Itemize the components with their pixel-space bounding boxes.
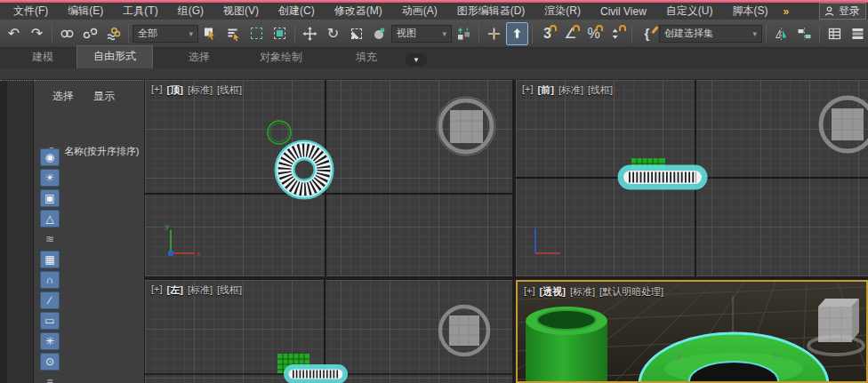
menu-views[interactable]: 视图(V): [213, 4, 269, 19]
viewport-style-button[interactable]: [标准]: [188, 283, 213, 297]
viewport-style-button[interactable]: [标准]: [570, 285, 595, 299]
viewport-top[interactable]: [+] [顶] [标准] [线框] y x: [145, 80, 512, 276]
space-warp-icon: [106, 27, 121, 41]
filter-lights-icon[interactable]: ☀: [40, 169, 60, 187]
undo-button[interactable]: ↶: [3, 22, 25, 45]
viewport-name-button[interactable]: [前]: [538, 84, 554, 97]
filter-geometry-icon[interactable]: ◉: [40, 148, 60, 166]
viewport-name-button[interactable]: [顶]: [167, 84, 183, 97]
filter-list-icon[interactable]: ≡: [40, 373, 60, 383]
reference-object[interactable]: [808, 299, 864, 355]
reference-object[interactable]: [437, 97, 495, 156]
filter-hidden-icon[interactable]: ⊙: [40, 353, 60, 371]
filter-bones-icon[interactable]: ∩: [40, 271, 60, 289]
select-by-name-button[interactable]: [222, 22, 245, 45]
reference-object[interactable]: [440, 307, 488, 355]
torus-object-selected-left[interactable]: [286, 367, 345, 381]
viewport-style-button[interactable]: [标准]: [188, 84, 213, 97]
ribbon-tab-freeform[interactable]: 自由形式: [76, 45, 153, 68]
cylinder-object-shaded[interactable]: [526, 307, 607, 381]
viewport-shading-button[interactable]: [线框]: [217, 283, 242, 297]
menu-modifiers[interactable]: 修改器(M): [325, 4, 392, 19]
menu-animation[interactable]: 动画(A): [392, 4, 447, 19]
menu-edit[interactable]: 编辑(E): [58, 4, 113, 19]
redo-button[interactable]: ↷: [26, 22, 48, 45]
login-button[interactable]: 登录: [819, 3, 866, 20]
viewport-left[interactable]: [+] [左] [标准] [线框]: [145, 280, 512, 383]
menu-rendering[interactable]: 渲染(R): [534, 4, 591, 19]
viewport-front[interactable]: [+] [前] [标准] [线框]: [516, 80, 868, 276]
explorer-tab-select[interactable]: 选择: [52, 89, 74, 104]
filter-cameras-icon[interactable]: ▣: [40, 189, 60, 207]
menu-overflow-chevron[interactable]: »: [779, 5, 792, 18]
ribbon-tab-populate[interactable]: 填充: [345, 47, 388, 68]
select-and-scale-button[interactable]: [345, 22, 367, 45]
toolbar-separator: [294, 24, 295, 44]
selection-region-icon: [251, 28, 262, 39]
select-object-button[interactable]: [199, 22, 221, 45]
viewport-shading-button[interactable]: [线框]: [217, 84, 242, 97]
edit-named-selection-sets-button[interactable]: {: [636, 22, 658, 45]
menu-create[interactable]: 创建(C): [269, 4, 325, 19]
layer-manager-button[interactable]: [824, 22, 846, 45]
bind-to-space-warp-button[interactable]: [102, 22, 125, 45]
percent-snap-toggle[interactable]: %: [583, 22, 605, 45]
filter-particles-icon[interactable]: ✳: [40, 332, 60, 350]
select-and-rotate-button[interactable]: ↻: [322, 22, 344, 45]
viewport-shading-button[interactable]: [默认明暗处理]: [599, 285, 663, 299]
reference-object[interactable]: [821, 98, 868, 151]
viewport-name-button[interactable]: [左]: [167, 283, 183, 297]
viewport-menu-button[interactable]: [+]: [522, 84, 534, 97]
selection-set-value: 创建选择集: [664, 27, 713, 40]
ribbon-tab-modeling[interactable]: 建模: [21, 47, 64, 68]
torus-object-selected[interactable]: [277, 143, 332, 197]
snaps-toggle-3d[interactable]: 3: [536, 22, 559, 45]
select-cursor-icon: [203, 27, 218, 41]
viewport-menu-button[interactable]: [+]: [151, 84, 163, 97]
circle-shape-object[interactable]: [268, 121, 291, 144]
menu-scripting[interactable]: 脚本(S): [722, 4, 777, 19]
torus-object-selected-front[interactable]: [621, 168, 704, 187]
scene-explorer-button[interactable]: [847, 22, 868, 45]
ribbon-tab-object-paint[interactable]: 对象绘制: [249, 47, 313, 68]
filter-ik-icon[interactable]: ∕: [40, 291, 60, 309]
menu-file[interactable]: 文件(F): [4, 4, 58, 19]
select-and-manipulate-button[interactable]: [483, 22, 505, 45]
viewport-menu-button[interactable]: [+]: [151, 283, 163, 297]
filter-containers-icon[interactable]: ▭: [40, 312, 60, 330]
unlink-selection-button[interactable]: [79, 22, 101, 45]
filter-shapes-icon[interactable]: ▦: [40, 251, 60, 268]
menu-tools[interactable]: 工具(T): [113, 4, 167, 19]
mirror-button[interactable]: [770, 22, 792, 45]
use-pivot-point-center-button[interactable]: [453, 22, 475, 45]
ribbon-minimize-dropdown[interactable]: [406, 53, 427, 66]
angle-snap-toggle[interactable]: ∠: [559, 22, 582, 45]
viewport-shading-button[interactable]: [线框]: [588, 84, 613, 97]
viewport-perspective-active[interactable]: [+] [透视] [标准] [默认明暗处理] y: [516, 280, 868, 383]
select-and-place-button[interactable]: [368, 22, 390, 45]
named-selection-set-dropdown[interactable]: 创建选择集: [659, 25, 762, 43]
explorer-tab-display[interactable]: 显示: [93, 89, 115, 104]
filter-space-warps-icon[interactable]: ≋: [40, 230, 60, 248]
window-crossing-toggle[interactable]: [269, 22, 291, 45]
selection-filter-dropdown[interactable]: 全部: [133, 25, 198, 43]
select-and-link-button[interactable]: [56, 22, 78, 45]
torus-object-selected-shaded[interactable]: y x: [639, 333, 828, 381]
filter-helpers-icon[interactable]: △: [40, 210, 60, 227]
spinner-snap-toggle[interactable]: [606, 22, 628, 45]
viewport-menu-button[interactable]: [+]: [524, 285, 535, 299]
viewport-style-button[interactable]: [标准]: [559, 84, 583, 97]
link-icon: [60, 27, 75, 41]
keyboard-shortcut-override-toggle[interactable]: [506, 22, 528, 45]
select-and-move-button[interactable]: [299, 22, 321, 45]
rectangular-selection-region-button[interactable]: [245, 22, 268, 45]
align-button[interactable]: [793, 22, 816, 45]
ribbon-tab-selection[interactable]: 选择: [178, 47, 221, 68]
reference-coordinate-system-dropdown[interactable]: 视图: [391, 25, 452, 43]
menu-civil-view[interactable]: Civil View: [591, 5, 656, 18]
toolbar-separator: [819, 24, 820, 44]
menu-graph-editors[interactable]: 图形编辑器(D): [447, 4, 535, 19]
menu-customize[interactable]: 自定义(U): [656, 4, 723, 19]
menu-group[interactable]: 组(G): [168, 4, 213, 19]
viewport-name-button[interactable]: [透视]: [540, 285, 566, 299]
